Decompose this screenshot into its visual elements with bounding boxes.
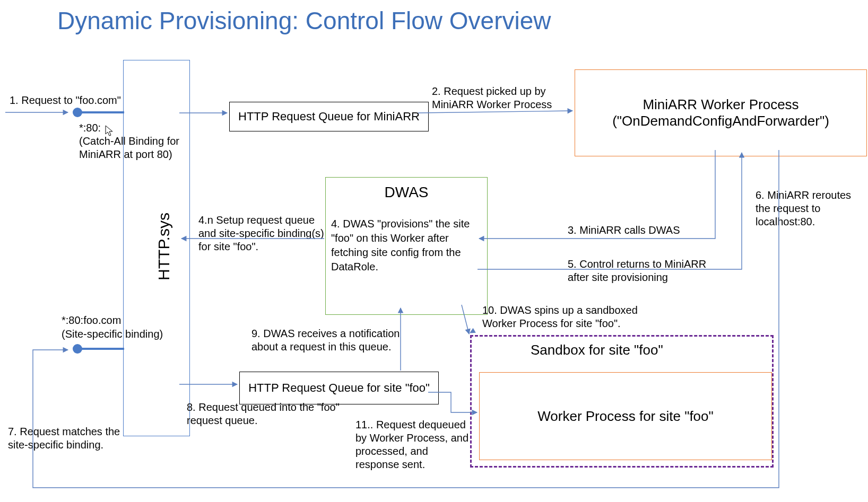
label-step6: 6. MiniARR reroutes the request to local… [756, 189, 867, 228]
box-dwas: DWAS 4. DWAS "provisions" the site "foo"… [325, 177, 488, 315]
label-step10: 10. DWAS spins up a sandboxed Worker Pro… [482, 304, 641, 330]
label-step7: 7. Request matches the site-specific bin… [8, 425, 125, 452]
sandbox-title: Sandbox for site "foo" [531, 341, 663, 359]
binding-lollipop-1 [74, 111, 124, 113]
miniarr-worker-line2: ("OnDemandConfigAndForwarder") [612, 113, 829, 129]
dwas-title: DWAS [385, 184, 429, 201]
label-bind2b: (Site-specific binding) [62, 328, 163, 341]
label-step2: 2. Request picked up by MiniARR Worker P… [432, 85, 559, 111]
label-step11: 11.. Request dequeued by Worker Process,… [355, 418, 472, 471]
label-step1: 1. Request to "foo.com" [10, 94, 121, 107]
label-step8: 8. Request queued into the "foo" request… [187, 401, 346, 427]
box-foo-queue: HTTP Request Queue for site "foo" [239, 372, 439, 404]
box-miniarr-queue: HTTP Request Queue for MiniARR [229, 102, 429, 131]
label-step5: 5. Control returns to MiniARR after site… [568, 258, 711, 284]
dwas-body: 4. DWAS "provisions" the site "foo" on t… [324, 217, 489, 274]
miniarr-worker-line1: MiniARR Worker Process [643, 96, 798, 113]
label-httpsys: HTTP.sys [155, 213, 173, 280]
label-bind1b: (Catch-All Binding for MiniARR at port 8… [79, 135, 185, 161]
label-bind1a: *:80: [79, 121, 101, 135]
box-miniarr-worker: MiniARR Worker Process ("OnDemandConfigA… [575, 69, 867, 156]
label-bind2a: *:80:foo.com [62, 314, 121, 327]
binding-lollipop-2 [74, 348, 124, 350]
label-step3: 3. MiniARR calls DWAS [568, 224, 680, 237]
label-step9: 9. DWAS receives a notification about a … [251, 327, 400, 354]
page-title: Dynamic Provisioning: Control Flow Overv… [57, 6, 551, 35]
label-step4n: 4.n Setup request queue and site-specifi… [198, 214, 326, 253]
box-worker-foo: Worker Process for site "foo" [479, 372, 772, 460]
